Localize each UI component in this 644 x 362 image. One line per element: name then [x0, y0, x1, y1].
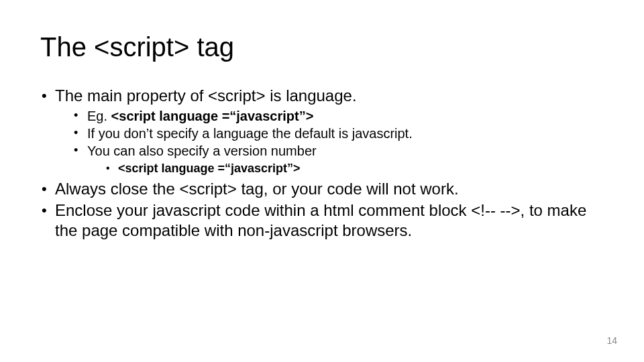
sub-list: Eg. <script language =“javascript”> If y…: [55, 107, 604, 176]
slide: The <script> tag The main property of <s…: [0, 0, 644, 362]
bullet-text: You can also specify a version number: [87, 143, 317, 158]
bullet-text: If you don’t specify a language the defa…: [87, 126, 413, 141]
bullet-text: <script language =“javascript”>: [118, 162, 301, 175]
bullet-close-tag: Always close the <script> tag, or your c…: [40, 179, 604, 199]
bullet-text: Always close the <script> tag, or your c…: [55, 180, 459, 198]
bullet-text: Enclose your javascript code within a ht…: [55, 201, 586, 239]
bullet-version: You can also specify a version number <s…: [72, 142, 604, 176]
bullet-list: The main property of <script> is languag…: [40, 86, 604, 241]
bullet-comment-block: Enclose your javascript code within a ht…: [40, 200, 604, 241]
page-number: 14: [606, 335, 617, 346]
bullet-version-example: <script language =“javascript”>: [105, 161, 604, 176]
bullet-main-property: The main property of <script> is languag…: [40, 86, 604, 176]
bullet-text: Eg. <script language =“javascript”>: [87, 109, 313, 123]
slide-title: The <script> tag: [40, 32, 604, 62]
code-snippet: <script language =“javascript”>: [111, 109, 314, 123]
bullet-example: Eg. <script language =“javascript”>: [72, 107, 604, 125]
bullet-default-lang: If you don’t specify a language the defa…: [72, 125, 604, 142]
bullet-text: The main property of <script> is languag…: [55, 86, 357, 105]
sub-sub-list: <script language =“javascript”>: [87, 161, 604, 176]
